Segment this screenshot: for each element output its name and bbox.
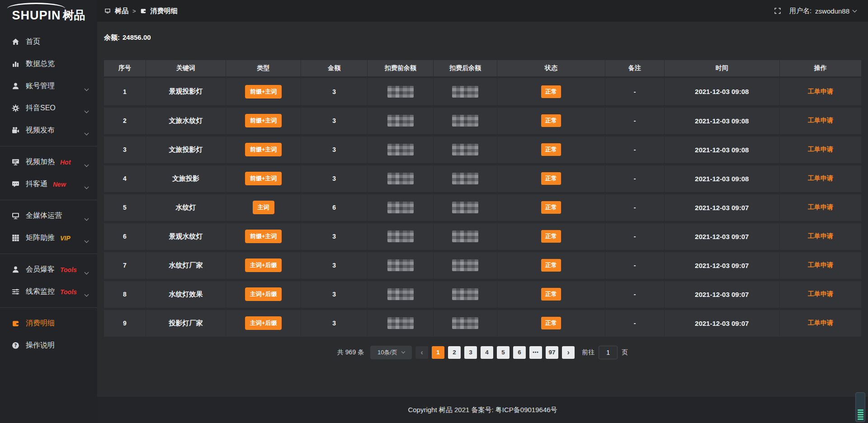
sidebar-item-label: 视频发布 (26, 126, 55, 135)
floating-widget[interactable] (855, 392, 865, 422)
sidebar-item-label: 矩阵助推 (26, 233, 55, 243)
cell-type: 前缀+主词 (226, 135, 301, 164)
sidebar-item-label: 视频加热 (26, 157, 55, 167)
page-button[interactable]: 3 (464, 346, 477, 359)
wallet-icon (140, 8, 146, 14)
fullscreen-icon[interactable] (774, 7, 781, 14)
page-size-value: 10条/页 (377, 348, 397, 357)
goto-suffix: 页 (622, 348, 628, 357)
cell-time: 2021-12-03 09:07 (664, 251, 779, 280)
widget-stripe (858, 412, 863, 413)
cell-amount: 3 (301, 77, 367, 106)
blurred-balance-before (387, 115, 414, 127)
total-count: 共 969 条 (337, 348, 364, 357)
sidebar-item[interactable]: 会员爆客 Tools (0, 258, 97, 281)
user-icon (11, 82, 19, 90)
widget-stripe (858, 414, 863, 415)
prev-page-button[interactable]: ‹ (415, 346, 428, 359)
sidebar-item[interactable]: ? 操作说明 (0, 334, 97, 357)
work-order-link[interactable]: 工单申请 (808, 88, 833, 95)
table-row: 6 景观水纹灯 前缀+主词 3 正常 - 2021-12-03 09:07 工单… (104, 222, 861, 251)
cell-remark: - (605, 135, 665, 164)
column-header: 序号 (104, 60, 146, 77)
page-button[interactable]: 2 (448, 346, 461, 359)
cell-balance-before (368, 251, 434, 280)
page-button[interactable]: 97 (546, 346, 558, 359)
work-order-link[interactable]: 工单申请 (808, 146, 833, 153)
blurred-balance-after (452, 230, 478, 242)
blurred-balance-after (452, 317, 478, 329)
status-badge: 正常 (541, 317, 561, 329)
work-order-link[interactable]: 工单申请 (808, 232, 833, 240)
cell-time: 2021-12-03 09:08 (664, 135, 779, 164)
cell-time: 2021-12-03 09:07 (664, 309, 779, 338)
table-row: 5 水纹灯 主词 6 正常 - 2021-12-03 09:07 工单申请 (104, 193, 861, 222)
breadcrumb-home[interactable]: 树品 (115, 7, 128, 15)
sidebar-item-label: 全媒体运营 (26, 211, 62, 221)
sidebar-item-label: 消费明细 (26, 319, 55, 328)
page-button[interactable]: 6 (513, 346, 526, 359)
column-header: 关键词 (146, 60, 226, 77)
status-badge: 正常 (541, 259, 561, 272)
chevron-down-icon (85, 268, 88, 276)
sidebar-divider (0, 146, 97, 146)
cell-balance-before (368, 280, 434, 309)
cell-type: 主词 (226, 193, 301, 222)
question-icon: ? (11, 342, 19, 350)
page-button[interactable]: 4 (481, 346, 493, 359)
next-page-button[interactable]: › (562, 346, 575, 359)
sidebar-item-label: 会员爆客 (26, 265, 55, 274)
blurred-balance-after (452, 202, 478, 213)
table-body: 1 景观投影灯 前缀+主词 3 正常 - 2021-12-03 09:08 工单… (104, 77, 861, 338)
sidebar-divider (0, 307, 97, 308)
cell-status: 正常 (497, 193, 605, 222)
cell-index: 3 (104, 135, 146, 164)
sidebar-item[interactable]: 全媒体运营 (0, 205, 97, 227)
page-button[interactable]: ••• (529, 346, 542, 359)
sidebar-item[interactable]: 账号管理 (0, 75, 97, 97)
user-dropdown[interactable]: 用户名: zswodun88 (789, 7, 856, 15)
sidebar-item[interactable]: 视频发布 (0, 119, 97, 141)
breadcrumb-current: 消费明细 (151, 7, 178, 15)
sidebar-item[interactable]: 抖音SEO (0, 97, 97, 119)
sidebar: SHUPIN 树品 首页 数据总览 账号管理 (0, 0, 97, 423)
work-order-link[interactable]: 工单申请 (808, 174, 833, 182)
widget-stripe (858, 418, 863, 420)
type-badge: 主词+后缀 (245, 316, 282, 330)
sidebar-item[interactable]: 首页 (0, 31, 97, 53)
svg-text:?: ? (14, 343, 17, 348)
status-badge: 正常 (541, 288, 561, 301)
cell-keyword: 文旅投影灯 (146, 135, 226, 164)
heat-icon (11, 158, 19, 166)
work-order-link[interactable]: 工单申请 (808, 261, 833, 268)
goto-page-input[interactable] (599, 346, 618, 359)
work-order-link[interactable]: 工单申请 (808, 117, 833, 124)
sidebar-item[interactable]: 消费明细 (0, 312, 97, 334)
work-order-link[interactable]: 工单申请 (808, 203, 833, 211)
member-icon (11, 266, 19, 274)
page-button[interactable]: 1 (432, 346, 444, 359)
cell-action: 工单申请 (779, 280, 861, 309)
sidebar-divider (0, 200, 97, 200)
sidebar-item[interactable]: 线索监控 Tools (0, 281, 97, 303)
sidebar-item-label: 首页 (26, 37, 40, 47)
sidebar-item[interactable]: 视频加热 Hot (0, 151, 97, 173)
cell-status: 正常 (497, 309, 605, 338)
type-badge: 主词 (253, 201, 274, 214)
cell-balance-after (434, 251, 497, 280)
blurred-balance-before (387, 202, 414, 213)
sidebar-item[interactable]: 数据总览 (0, 53, 97, 75)
work-order-link[interactable]: 工单申请 (808, 319, 833, 326)
chevron-down-icon (85, 106, 88, 114)
page-size-select[interactable]: 10条/页 (370, 346, 412, 359)
work-order-link[interactable]: 工单申请 (808, 290, 833, 297)
cell-index: 5 (104, 193, 146, 222)
page-button[interactable]: 5 (497, 346, 509, 359)
column-header: 类型 (226, 60, 301, 77)
sidebar-item[interactable]: 抖客通 New (0, 173, 97, 195)
sidebar-item[interactable]: 矩阵助推 VIP (0, 227, 97, 249)
sidebar-item-badge: VIP (60, 235, 71, 242)
status-badge: 正常 (541, 201, 561, 214)
app-icon (104, 8, 111, 14)
monitor-icon (11, 212, 19, 220)
